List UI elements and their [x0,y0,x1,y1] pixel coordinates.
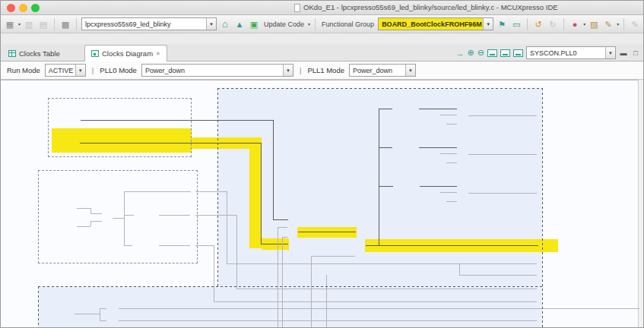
tab-close-icon[interactable]: ✕ [156,51,160,57]
home-button[interactable]: ⌂ [219,18,231,30]
wire [311,256,355,257]
wire [298,232,356,232]
update-code-dropdown[interactable]: ▾ [308,21,310,27]
separator: | [90,66,95,74]
wire [282,237,287,238]
run-mode-dropdown[interactable]: ▼ [75,65,85,76]
wire [446,124,457,125]
wire [100,308,106,309]
wire [214,301,537,302]
pll0-mode-dropdown[interactable]: ▼ [283,65,293,76]
pll1-mode-dropdown[interactable]: ▼ [405,65,415,76]
fit-width-button[interactable] [500,49,510,57]
pll1-mode-select[interactable]: Power_down ▼ [349,64,416,77]
tab-clocks-table[interactable]: Clocks Table [2,45,66,62]
wire [273,219,288,220]
monitor-button[interactable]: ▭ [510,18,522,30]
syscon-boundary [38,286,542,287]
active-path-highlight [297,227,357,238]
rtc-box [38,170,198,263]
functional-group-dropdown[interactable]: ▼ [483,18,493,30]
wire [119,320,537,321]
wire [440,192,457,193]
undo-button[interactable]: ↺ [532,18,544,30]
save-button[interactable]: ▥ [23,18,35,30]
peripheral-combo-dropdown[interactable]: ▼ [605,47,615,58]
wire [459,263,460,275]
functional-group-combo[interactable]: BOARD_BootClockFROHF96M ▼ [378,17,493,30]
console-button[interactable]: ▩ [59,18,71,30]
maximize-view-button[interactable]: □ [631,49,640,57]
clocks-table-icon [8,50,16,57]
project-combo-dropdown[interactable]: ▼ [206,18,216,30]
title-bar: OKdo_E1 - lpcxpresso55s69_led_blinky/sou… [1,1,644,15]
close-window-button[interactable] [7,4,15,12]
wire [100,308,100,320]
registers-button[interactable]: ● [569,18,581,30]
wire [227,263,537,264]
clocks-diagram-icon [91,50,99,57]
separator: | [298,66,303,74]
wire [195,215,236,216]
zoom-in-button[interactable]: ⊕ [468,48,474,58]
wire [468,193,537,194]
wire [75,314,100,314]
registers-dropdown[interactable]: ▾ [583,21,585,27]
tab-clocks-diagram[interactable]: Clocks Diagram ✕ [84,45,167,62]
zoom-window-button[interactable] [31,4,40,12]
update-code-button[interactable]: Update Code [262,20,306,28]
main-toolbar: ▦ ▾ ▥ ▤ ▩ lpcxpresso55s69_led_blinky ▼ ⌂… [1,15,644,33]
palette-button[interactable]: ▨ [588,18,600,30]
wire [195,191,227,192]
wire [468,154,537,155]
wire [468,115,537,116]
flag-button[interactable]: ⚑ [496,18,508,30]
edit-dropdown[interactable]: ▾ [617,21,619,27]
separator [563,18,564,30]
warning-flag-button[interactable]: ▲ [233,18,246,30]
redo-button[interactable]: ↻ [547,18,559,30]
wire [273,120,274,220]
pll1-mode-label: PLL1 Mode [307,66,344,74]
update-code-icon: ▣ [248,18,260,30]
project-combo[interactable]: lpcxpresso55s69_led_blinky ▼ [81,17,217,30]
wire [214,245,214,301]
wire [236,215,237,289]
peripheral-combo[interactable]: SYSCON.PLL0 ▼ [526,46,616,59]
active-path-highlight [249,137,262,248]
region-fill [38,286,217,328]
separator [315,18,316,30]
wire [227,191,227,263]
new-wizard-dropdown[interactable]: ▾ [18,21,21,27]
edit-button[interactable]: ✎ [602,18,614,30]
window-title: OKdo_E1 - lpcxpresso55s69_led_blinky/sou… [303,3,558,11]
wire [379,109,392,109]
minimize-view-button[interactable]: ▬ [619,49,628,57]
separator [527,18,528,30]
wire [419,109,457,109]
separator [54,18,55,30]
syscon-boundary [38,286,39,328]
wire [195,245,214,246]
view-toolbar: → ⊕ ⊖ SYSCON.PLL0 ▼ ▬ □ [456,45,640,61]
zoom-out-button[interactable]: ⊖ [477,48,484,58]
run-mode-select[interactable]: ACTIVE ▼ [45,64,86,77]
pll0-mode-select[interactable]: Power_down ▼ [141,64,293,77]
save-all-button[interactable]: ▤ [37,18,49,30]
fit-screen-button[interactable] [487,49,497,57]
wire [440,153,457,154]
go-to-icon[interactable]: → [456,49,465,58]
vertical-scrollbar[interactable] [638,80,643,328]
wire [420,186,457,187]
wire [379,186,393,187]
edit-disabled-button: ✎ [629,18,641,30]
minimize-window-button[interactable] [19,4,27,12]
wire [419,147,457,148]
syscon-boundary [542,88,543,328]
details-view-button[interactable] [513,49,523,57]
wire [278,227,278,328]
new-wizard-button[interactable]: ▦ [4,18,16,30]
wire [261,143,262,244]
separator [76,18,77,30]
document-icon [294,4,300,12]
